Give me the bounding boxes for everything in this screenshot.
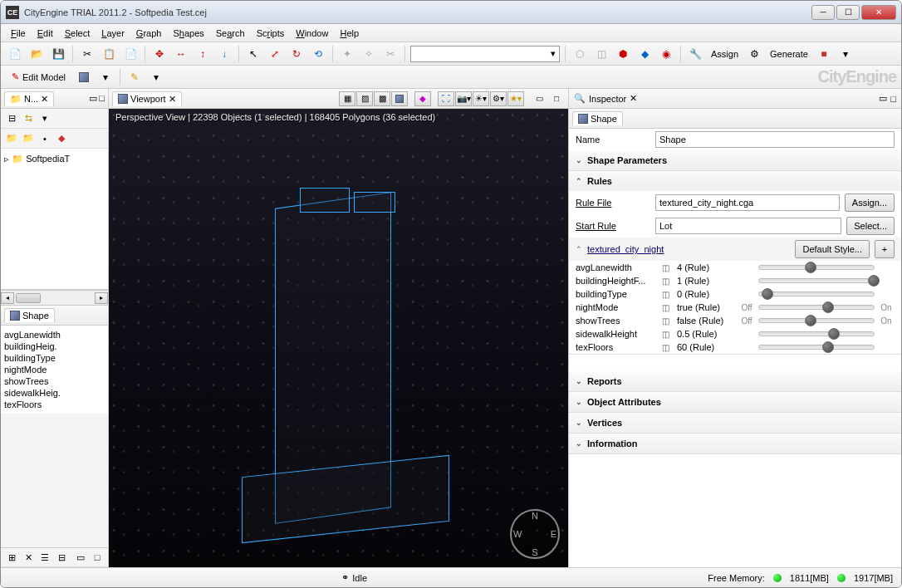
edit-model-button[interactable]: ✎ Edit Model bbox=[6, 68, 71, 86]
nav-icon1[interactable]: 📁 bbox=[4, 131, 19, 146]
shape-attr-item[interactable]: showTrees bbox=[4, 375, 105, 387]
cut-icon[interactable]: ✂ bbox=[78, 45, 96, 63]
menu-search[interactable]: Search bbox=[211, 27, 250, 40]
param-value[interactable]: 4 (Rule) bbox=[677, 262, 735, 272]
viewport-tab[interactable]: Viewport ✕ bbox=[112, 91, 182, 106]
nav-icon4[interactable]: ◆ bbox=[54, 131, 69, 146]
vp-textured-icon[interactable]: ▩ bbox=[374, 91, 390, 106]
param-link-icon[interactable]: ◫ bbox=[662, 263, 674, 272]
vp-light-icon[interactable]: ☀▾ bbox=[473, 91, 489, 106]
reports-section[interactable]: ⌄Reports bbox=[569, 371, 901, 391]
vp-wireframe-icon[interactable]: ▦ bbox=[339, 91, 355, 106]
param-link-icon[interactable]: ◫ bbox=[662, 343, 674, 352]
maximize-button[interactable]: ☐ bbox=[836, 5, 860, 20]
param-link-icon[interactable]: ◫ bbox=[662, 316, 674, 326]
paste-icon[interactable]: 📄 bbox=[121, 45, 140, 63]
dropdown-arrow-icon[interactable]: ▾ bbox=[96, 68, 115, 86]
bottom-min-icon[interactable]: ▭ bbox=[73, 550, 88, 565]
shape-attr-item[interactable]: buildingType bbox=[4, 352, 105, 364]
bottom-close-icon[interactable]: ✕ bbox=[21, 550, 36, 565]
param-slider[interactable] bbox=[758, 305, 875, 310]
graph-tool5-icon[interactable]: ◉ bbox=[657, 45, 675, 63]
selector-dropdown[interactable]: ▾ bbox=[410, 46, 560, 62]
menu-layer[interactable]: Layer bbox=[96, 27, 130, 40]
bottom-icon2[interactable]: ☰ bbox=[37, 550, 52, 565]
param-slider[interactable] bbox=[758, 278, 875, 283]
information-section[interactable]: ⌄Information bbox=[569, 434, 901, 453]
shape-params-section[interactable]: ⌄Shape Parameters bbox=[569, 150, 901, 170]
rule-file-input[interactable] bbox=[655, 194, 840, 211]
param-value[interactable]: 0.5 (Rule) bbox=[677, 329, 735, 339]
inspector-min-icon[interactable]: ▭ bbox=[879, 93, 887, 104]
name-input[interactable] bbox=[655, 131, 895, 148]
vp-shaded-icon[interactable]: ▨ bbox=[356, 91, 373, 106]
brush3-icon[interactable]: ✂ bbox=[381, 45, 400, 63]
menu-icon[interactable]: ▾ bbox=[37, 111, 52, 126]
bottom-icon1[interactable]: ⊞ bbox=[4, 550, 19, 565]
menu-shapes[interactable]: Shapes bbox=[168, 27, 208, 40]
vp-camera-icon[interactable]: 📷▾ bbox=[455, 91, 472, 106]
assign-icon[interactable]: 🔧 bbox=[686, 45, 704, 63]
generate-label[interactable]: Generate bbox=[767, 49, 811, 59]
panel-min-icon[interactable]: ▭ bbox=[89, 93, 97, 104]
shape-tab[interactable]: Shape bbox=[4, 308, 55, 322]
rules-section[interactable]: ⌃Rules bbox=[569, 171, 901, 191]
move-y-icon[interactable]: ↕ bbox=[194, 45, 212, 63]
navigator-tab[interactable]: 📁 N... ✕ bbox=[4, 91, 54, 106]
shape-attr-item[interactable]: avgLanewidth bbox=[4, 329, 105, 341]
graph-tool1-icon[interactable]: ⬡ bbox=[571, 45, 589, 63]
style-link[interactable]: textured_city_night bbox=[587, 244, 790, 254]
assign-button[interactable]: Assign... bbox=[845, 194, 895, 212]
compass-icon[interactable]: N S W E bbox=[510, 509, 560, 559]
vp-color-icon[interactable]: ◆ bbox=[414, 91, 431, 106]
new-icon[interactable]: 📄 bbox=[6, 45, 24, 63]
vp-solid-icon[interactable] bbox=[391, 91, 408, 106]
select-button[interactable]: Select... bbox=[846, 217, 895, 235]
select-icon[interactable]: ↖ bbox=[244, 45, 262, 63]
add-style-button[interactable]: + bbox=[875, 240, 895, 258]
param-slider[interactable] bbox=[758, 265, 875, 270]
tree-scrollbar[interactable]: ◂▸ bbox=[1, 290, 108, 305]
inspector-shape-tab[interactable]: Shape bbox=[572, 111, 623, 125]
vp-max-icon[interactable]: □ bbox=[548, 91, 565, 106]
menu-window[interactable]: Window bbox=[291, 27, 333, 40]
tool-extra2-icon[interactable]: ▾ bbox=[836, 45, 855, 63]
param-value[interactable]: 0 (Rule) bbox=[677, 289, 735, 299]
start-rule-input[interactable] bbox=[655, 218, 841, 234]
move-x-icon[interactable]: ↔ bbox=[172, 45, 190, 63]
navigator-tree[interactable]: ▹ 📁 SoftpediaT bbox=[1, 149, 108, 290]
vp-bookmark-icon[interactable]: ★▾ bbox=[507, 91, 524, 106]
tree-root[interactable]: SoftpediaT bbox=[26, 154, 70, 164]
collapse-icon[interactable]: ⊟ bbox=[4, 111, 19, 126]
param-value[interactable]: false (Rule) bbox=[677, 316, 735, 326]
param-value[interactable]: 1 (Rule) bbox=[677, 276, 735, 286]
viewport-3d[interactable]: Perspective View | 22398 Objects (1 sele… bbox=[109, 109, 568, 567]
cube-icon[interactable] bbox=[75, 68, 93, 86]
menu-select[interactable]: Select bbox=[60, 27, 96, 40]
move-z-icon[interactable]: ↓ bbox=[215, 45, 233, 63]
param-slider[interactable] bbox=[758, 331, 875, 336]
param-link-icon[interactable]: ◫ bbox=[662, 303, 674, 312]
menu-file[interactable]: File bbox=[6, 27, 31, 40]
param-value[interactable]: true (Rule) bbox=[677, 302, 735, 312]
bottom-max-icon[interactable]: □ bbox=[90, 550, 105, 565]
param-slider[interactable] bbox=[758, 318, 875, 323]
panel-max-icon[interactable]: □ bbox=[99, 93, 105, 104]
wand-dropdown-icon[interactable]: ▾ bbox=[147, 68, 165, 86]
vp-frame-icon[interactable]: ⛶ bbox=[438, 91, 454, 106]
nav-icon2[interactable]: 📁 bbox=[21, 131, 36, 146]
param-slider[interactable] bbox=[758, 292, 875, 296]
wand-icon[interactable]: ✎ bbox=[125, 68, 144, 86]
tool-extra1-icon[interactable]: ■ bbox=[815, 45, 833, 63]
minimize-button[interactable]: ─ bbox=[811, 5, 835, 20]
menu-edit[interactable]: Edit bbox=[32, 27, 58, 40]
rule-file-label[interactable]: Rule File bbox=[576, 198, 650, 208]
param-slider[interactable] bbox=[758, 345, 875, 350]
open-icon[interactable]: 📂 bbox=[27, 45, 46, 63]
default-style-button[interactable]: Default Style... bbox=[795, 240, 870, 258]
nav-icon3[interactable]: • bbox=[37, 131, 52, 146]
inspector-close-icon[interactable]: ✕ bbox=[630, 93, 637, 104]
assign-label[interactable]: Assign bbox=[708, 49, 742, 59]
shape-attr-item[interactable]: sidewalkHeig. bbox=[4, 387, 105, 399]
scale-icon[interactable]: ⤢ bbox=[266, 45, 284, 63]
